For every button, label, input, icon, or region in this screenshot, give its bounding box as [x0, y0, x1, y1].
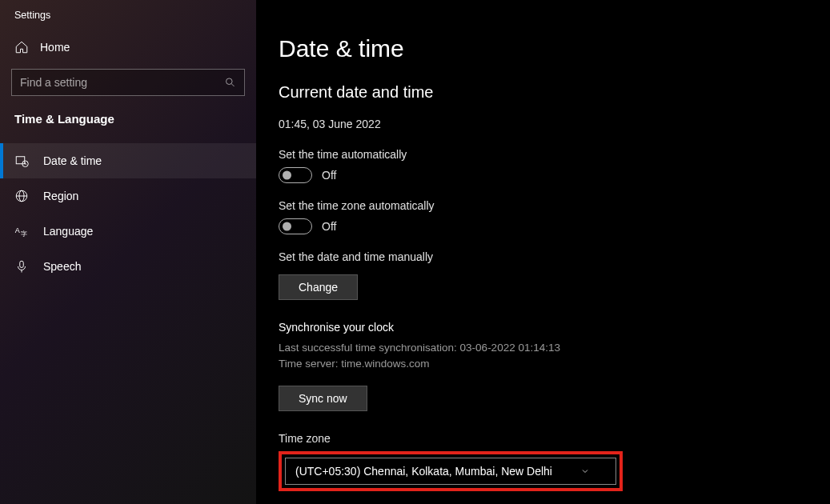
sidebar-item-speech[interactable]: Speech [0, 249, 256, 284]
svg-rect-11 [20, 261, 24, 267]
sync-server: Time server: time.windows.com [279, 356, 808, 372]
main-content: Date & time Current date and time 01:45,… [256, 0, 830, 504]
auto-tz-block: Set the time zone automatically Off [279, 199, 808, 234]
auto-time-label: Set the time automatically [279, 148, 808, 161]
manual-block: Set the date and time manually Change [279, 250, 808, 300]
search-input-container[interactable] [11, 69, 245, 96]
calendar-clock-icon [14, 154, 29, 168]
sidebar-item-date-time[interactable]: Date & time [0, 143, 256, 178]
search-input[interactable] [20, 76, 224, 89]
nav-list: Date & time Region A字 Language Speech [0, 143, 256, 284]
svg-text:A: A [15, 226, 20, 234]
globe-icon [14, 189, 29, 203]
auto-tz-toggle[interactable] [279, 218, 312, 234]
current-heading: Current date and time [279, 83, 808, 102]
home-nav-item[interactable]: Home [0, 32, 256, 62]
svg-rect-2 [16, 157, 25, 164]
svg-point-0 [226, 78, 232, 85]
language-icon: A字 [14, 224, 29, 238]
sidebar-item-label: Region [43, 190, 78, 202]
sidebar-item-region[interactable]: Region [0, 178, 256, 214]
sidebar-item-label: Date & time [43, 154, 102, 167]
page-title: Date & time [279, 35, 808, 62]
sync-heading: Synchronise your clock [279, 321, 808, 334]
sidebar: Settings Home Time & Language Date & tim… [0, 0, 256, 504]
search-icon [224, 76, 236, 89]
manual-label: Set the date and time manually [279, 250, 808, 263]
chevron-down-icon [580, 466, 590, 476]
sidebar-item-label: Speech [43, 260, 81, 273]
auto-tz-state: Off [322, 220, 336, 233]
sync-block: Synchronise your clock Last successful t… [279, 321, 808, 411]
svg-line-1 [231, 84, 234, 86]
auto-time-block: Set the time automatically Off [279, 148, 808, 183]
current-datetime-value: 01:45, 03 June 2022 [279, 118, 808, 130]
auto-time-toggle[interactable] [279, 167, 312, 183]
sidebar-section-title: Time & Language [0, 107, 256, 135]
microphone-icon [14, 259, 29, 274]
timezone-dropdown[interactable]: (UTC+05:30) Chennai, Kolkata, Mumbai, Ne… [285, 458, 616, 485]
sidebar-item-label: Language [43, 225, 93, 238]
sync-last: Last successful time synchronisation: 03… [279, 340, 808, 356]
sidebar-item-language[interactable]: A字 Language [0, 214, 256, 249]
home-label: Home [40, 41, 70, 54]
change-button[interactable]: Change [279, 274, 358, 300]
home-icon [14, 40, 29, 54]
auto-time-state: Off [322, 169, 336, 182]
timezone-highlight-annotation: (UTC+05:30) Chennai, Kolkata, Mumbai, Ne… [279, 451, 623, 491]
timezone-selected-value: (UTC+05:30) Chennai, Kolkata, Mumbai, Ne… [295, 465, 552, 478]
sync-now-button[interactable]: Sync now [279, 386, 367, 411]
svg-line-5 [26, 164, 27, 165]
svg-text:字: 字 [21, 230, 27, 238]
auto-tz-label: Set the time zone automatically [279, 199, 808, 212]
app-title: Settings [0, 3, 256, 32]
timezone-label: Time zone [279, 432, 808, 445]
